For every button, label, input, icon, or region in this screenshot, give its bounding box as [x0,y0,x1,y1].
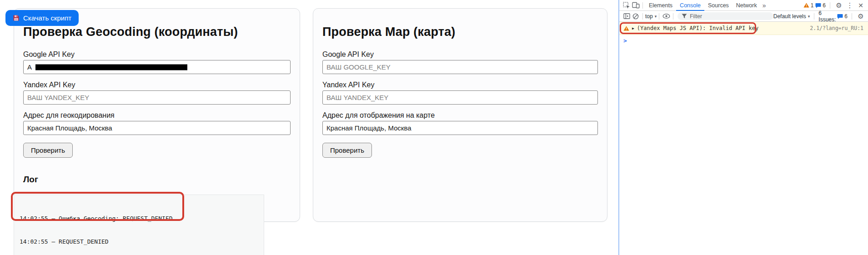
map-check-button[interactable]: Проверить [322,143,372,158]
divider [814,13,814,20]
geocoding-card-title: Проверка Geocoding (координаты) [23,25,291,39]
close-devtools-icon[interactable]: ✕ [856,1,865,10]
divider [673,13,673,20]
tab-console[interactable]: Console [676,0,704,11]
context-selector-value: top [645,13,653,20]
log-line: 14:02:55 — Ошибка Geocoding: REQUEST_DEN… [20,215,258,222]
expand-arrow-icon[interactable]: ▶ [632,26,634,30]
console-toolbar-right: Default levels ▾ 6 Issues: 6 ⚙ [773,10,865,23]
divider [852,13,852,20]
warnings-count: 1 [811,2,814,9]
filter-funnel-icon [682,14,687,19]
menu-dots-icon[interactable]: ⋮ [845,1,854,10]
console-settings-gear-icon[interactable]: ⚙ [856,12,865,21]
chevron-down-icon: ▾ [655,14,657,19]
geocoding-card: Проверка Geocoding (координаты) Google A… [14,8,300,222]
more-tabs-icon[interactable]: » [761,2,768,9]
settings-gear-icon[interactable]: ⚙ [834,1,843,10]
map-yandex-api-key-label: Yandex API Key [322,81,598,89]
map-address-input[interactable] [322,121,598,135]
devtools-panel: Elements Console Sources Network » 1 [618,0,868,255]
yandex-api-key-input[interactable] [23,90,291,105]
console-filter-input[interactable]: Filter [677,12,773,20]
map-card: Проверка Map (карта) Google API Key Yand… [313,8,607,222]
issues-badge[interactable]: 6 Issues: 6 [818,10,848,23]
inspect-element-icon[interactable] [622,1,631,10]
geocoding-check-button[interactable]: Проверить [23,143,73,158]
map-address-label: Адрес для отображения на карте [322,111,598,120]
map-google-api-key-label: Google API Key [322,50,598,59]
devtools-tab-bar: Elements Console Sources Network » 1 [619,0,868,11]
log-levels-selector[interactable]: Default levels ▾ [773,13,810,20]
download-script-button[interactable]: Скачать скрипт [5,10,79,26]
geocode-address-label: Адрес для геокодирования [23,111,291,120]
cards-row: Проверка Geocoding (координаты) Google A… [0,0,617,222]
warnings-badge[interactable]: 1 [803,2,814,9]
tab-network[interactable]: Network [733,0,761,11]
tab-sources[interactable]: Sources [704,0,733,11]
tab-elements[interactable]: Elements [645,0,676,11]
map-google-api-key-input[interactable] [322,60,598,74]
clear-console-icon[interactable] [631,12,640,21]
issue-bubble-icon [837,14,843,19]
divider [830,2,830,9]
context-selector[interactable]: top ▾ [645,13,657,20]
divider [642,2,643,9]
google-api-key-field [23,60,291,74]
map-yandex-api-key-input[interactable] [322,90,598,105]
console-source-link[interactable]: 2.1/?lang=ru_RU:1 [810,25,863,31]
console-toolbar: top ▾ Filter Def [619,11,868,22]
chevron-down-icon: ▾ [808,14,810,19]
google-api-key-label: Google API Key [23,50,291,59]
map-card-title: Проверка Map (карта) [322,25,598,39]
issues-label: 6 Issues: [818,10,836,23]
floppy-disk-icon [13,15,20,21]
devtools-tab-bar-right: 1 6 ⚙ ⋮ ✕ [803,1,865,10]
webpage: Скачать скрипт Проверка Geocoding (коорд… [0,0,617,255]
divider [659,13,659,20]
message-bubble-icon [815,3,821,8]
log-line: 14:02:55 — REQUEST_DENIED [20,238,258,245]
messages-badge[interactable]: 6 [815,2,826,9]
device-toolbar-icon[interactable] [631,1,640,10]
warning-triangle-icon [623,26,629,31]
log-levels-value: Default levels [773,13,806,20]
console-warning-text: (Yandex Maps JS API): Invalid API key [637,25,758,31]
download-script-label: Скачать скрипт [23,14,71,22]
screen: Скачать скрипт Проверка Geocoding (коорд… [0,0,868,255]
console-warning-row[interactable]: ▶ (Yandex Maps JS API): Invalid API key … [619,22,868,35]
prompt-chevron-icon: > [623,37,627,44]
redaction-bar [35,64,187,70]
log-title: Лог [23,175,291,185]
yandex-api-key-label: Yandex API Key [23,81,291,89]
warning-triangle-icon [803,3,809,8]
live-expression-eye-icon[interactable] [662,12,671,21]
divider [642,13,643,20]
filter-placeholder: Filter [690,13,702,20]
issues-count: 6 [844,13,848,20]
geocode-address-input[interactable] [23,121,291,135]
console-sidebar-icon[interactable] [622,12,631,21]
messages-count: 6 [823,2,826,9]
log-output: 14:02:55 — Ошибка Geocoding: REQUEST_DEN… [14,195,264,255]
console-prompt[interactable]: > [619,35,868,44]
